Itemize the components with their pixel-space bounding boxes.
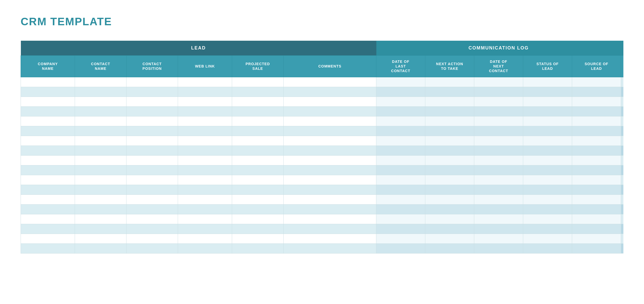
table-cell-extra[interactable]	[621, 87, 623, 97]
table-cell-extra[interactable]	[621, 185, 623, 195]
table-cell[interactable]	[284, 175, 376, 185]
table-cell-comm[interactable]	[523, 97, 572, 106]
table-cell[interactable]	[284, 77, 376, 87]
table-cell-comm[interactable]	[425, 116, 474, 126]
table-cell[interactable]	[126, 87, 178, 97]
table-cell[interactable]	[75, 165, 126, 175]
table-cell[interactable]	[126, 155, 178, 165]
table-cell-extra[interactable]	[621, 204, 623, 214]
table-cell-comm[interactable]	[572, 146, 621, 155]
table-cell[interactable]	[21, 97, 75, 106]
table-cell[interactable]	[21, 214, 75, 224]
table-cell[interactable]	[21, 234, 75, 243]
table-cell-comm[interactable]	[474, 234, 523, 243]
table-cell-comm[interactable]	[474, 224, 523, 234]
table-cell-comm[interactable]	[523, 234, 572, 243]
table-cell[interactable]	[178, 116, 232, 126]
table-cell-comm[interactable]	[376, 185, 425, 195]
table-cell[interactable]	[126, 97, 178, 106]
table-cell-comm[interactable]	[376, 106, 425, 116]
table-cell-extra[interactable]	[621, 165, 623, 175]
table-cell-comm[interactable]	[425, 126, 474, 136]
table-cell[interactable]	[284, 224, 376, 234]
table-cell-comm[interactable]	[376, 195, 425, 204]
table-cell[interactable]	[178, 126, 232, 136]
table-cell[interactable]	[126, 175, 178, 185]
table-cell-comm[interactable]	[474, 97, 523, 106]
table-cell-comm[interactable]	[425, 146, 474, 155]
table-cell[interactable]	[284, 126, 376, 136]
table-cell[interactable]	[75, 126, 126, 136]
table-cell[interactable]	[126, 214, 178, 224]
table-cell-comm[interactable]	[572, 87, 621, 97]
table-cell[interactable]	[232, 116, 284, 126]
table-cell-comm[interactable]	[474, 146, 523, 155]
table-cell-comm[interactable]	[572, 116, 621, 126]
table-cell[interactable]	[232, 243, 284, 253]
table-cell-extra[interactable]	[621, 214, 623, 224]
table-cell[interactable]	[232, 146, 284, 155]
table-cell[interactable]	[21, 155, 75, 165]
table-cell[interactable]	[232, 234, 284, 243]
table-cell[interactable]	[75, 243, 126, 253]
table-cell-comm[interactable]	[523, 87, 572, 97]
table-cell[interactable]	[284, 204, 376, 214]
table-cell-comm[interactable]	[425, 97, 474, 106]
table-cell-comm[interactable]	[376, 126, 425, 136]
table-cell-comm[interactable]	[376, 165, 425, 175]
table-cell[interactable]	[75, 97, 126, 106]
table-cell-comm[interactable]	[376, 155, 425, 165]
table-cell-comm[interactable]	[425, 165, 474, 175]
table-cell-comm[interactable]	[523, 175, 572, 185]
table-cell-extra[interactable]	[621, 106, 623, 116]
table-cell-comm[interactable]	[572, 126, 621, 136]
table-cell[interactable]	[178, 234, 232, 243]
table-cell-comm[interactable]	[523, 155, 572, 165]
table-cell[interactable]	[284, 87, 376, 97]
table-cell-comm[interactable]	[474, 116, 523, 126]
table-cell-extra[interactable]	[621, 146, 623, 155]
table-cell-extra[interactable]	[621, 195, 623, 204]
table-cell[interactable]	[75, 175, 126, 185]
table-cell[interactable]	[284, 185, 376, 195]
table-cell[interactable]	[21, 146, 75, 155]
table-cell[interactable]	[126, 116, 178, 126]
table-cell[interactable]	[21, 195, 75, 204]
table-cell-comm[interactable]	[523, 77, 572, 87]
table-cell-comm[interactable]	[572, 136, 621, 146]
table-cell-comm[interactable]	[474, 214, 523, 224]
table-cell-comm[interactable]	[376, 136, 425, 146]
table-cell[interactable]	[232, 155, 284, 165]
table-cell-comm[interactable]	[523, 243, 572, 253]
table-cell-comm[interactable]	[425, 185, 474, 195]
table-cell[interactable]	[21, 116, 75, 126]
table-cell-comm[interactable]	[572, 195, 621, 204]
table-cell[interactable]	[75, 106, 126, 116]
table-cell[interactable]	[126, 126, 178, 136]
table-cell[interactable]	[178, 87, 232, 97]
table-cell[interactable]	[21, 243, 75, 253]
table-cell[interactable]	[232, 175, 284, 185]
table-cell[interactable]	[21, 77, 75, 87]
table-cell[interactable]	[178, 146, 232, 155]
table-cell-comm[interactable]	[523, 204, 572, 214]
table-cell-comm[interactable]	[425, 175, 474, 185]
table-cell[interactable]	[75, 146, 126, 155]
table-cell[interactable]	[21, 106, 75, 116]
table-cell-comm[interactable]	[376, 243, 425, 253]
table-cell[interactable]	[75, 77, 126, 87]
table-cell-comm[interactable]	[572, 204, 621, 214]
table-cell[interactable]	[126, 165, 178, 175]
table-cell-comm[interactable]	[523, 106, 572, 116]
table-cell[interactable]	[232, 204, 284, 214]
table-cell-comm[interactable]	[523, 224, 572, 234]
table-cell-comm[interactable]	[425, 243, 474, 253]
table-cell[interactable]	[178, 97, 232, 106]
table-cell-comm[interactable]	[572, 97, 621, 106]
table-cell-comm[interactable]	[425, 234, 474, 243]
table-cell[interactable]	[284, 195, 376, 204]
table-cell[interactable]	[178, 175, 232, 185]
table-cell[interactable]	[284, 165, 376, 175]
table-cell-comm[interactable]	[474, 175, 523, 185]
table-cell[interactable]	[126, 204, 178, 214]
